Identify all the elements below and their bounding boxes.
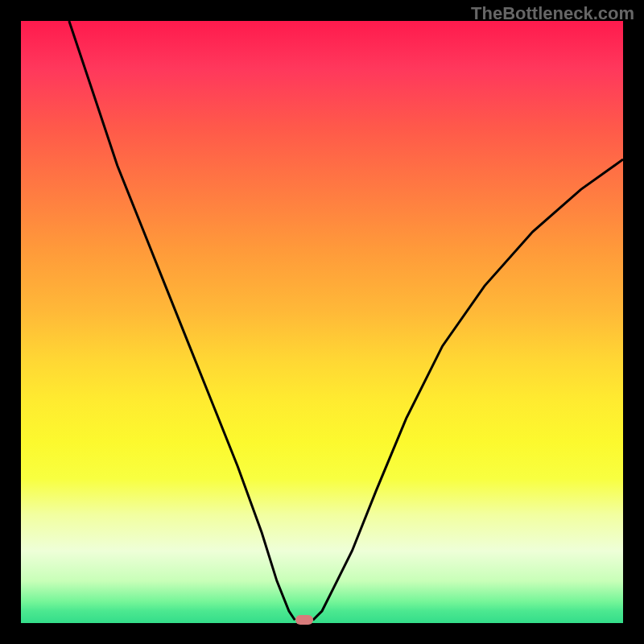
chart-curve <box>21 21 623 623</box>
watermark-text: TheBottleneck.com <box>471 3 634 24</box>
chart-plot-area <box>21 21 623 623</box>
minimum-marker <box>295 615 313 625</box>
left-curve-path <box>69 21 295 620</box>
right-curve-path <box>313 159 623 620</box>
